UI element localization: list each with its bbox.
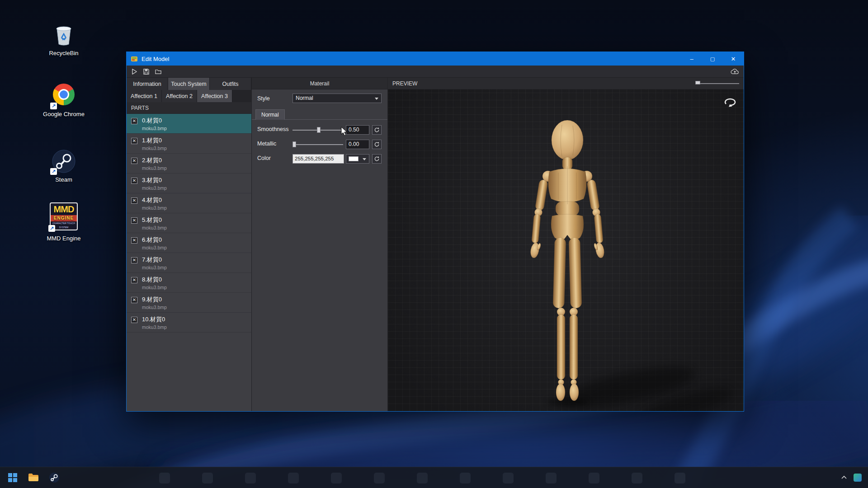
folder-icon: [28, 473, 39, 483]
style-dropdown[interactable]: Normal: [292, 94, 382, 103]
reset-button[interactable]: [372, 140, 382, 149]
part-checkbox[interactable]: [131, 197, 137, 204]
part-texture-name: moku3.bmp: [142, 185, 248, 191]
property-value-input[interactable]: 0.00: [346, 140, 369, 149]
taskbar-ghost-icon: [675, 473, 685, 483]
cloud-upload-icon[interactable]: [731, 68, 739, 75]
shortcut-arrow-icon: ↗: [50, 168, 57, 175]
parts-list-item[interactable]: 6.材質0 moku3.bmp: [127, 233, 251, 253]
parts-list-item[interactable]: 8.材質0 moku3.bmp: [127, 273, 251, 293]
window-titlebar[interactable]: Edit Model – ▢ ✕: [127, 52, 744, 66]
toolbar: [127, 66, 744, 78]
slider-thumb[interactable]: [292, 141, 296, 147]
affection-tab[interactable]: Affection 2: [162, 90, 197, 102]
parts-list-item[interactable]: 1.材質0 moku3.bmp: [127, 134, 251, 154]
tab-normal[interactable]: Normal: [255, 109, 285, 120]
slider-track: [292, 144, 343, 145]
color-value-input[interactable]: 255,255,255,255: [292, 154, 344, 164]
preview-zoom-slider[interactable]: [696, 78, 739, 89]
system-tray: [841, 467, 862, 488]
part-checkbox[interactable]: [131, 277, 137, 283]
part-title: 4.材質0: [142, 196, 248, 204]
style-label: Style: [257, 95, 270, 102]
parts-list-item[interactable]: 3.材質0 moku3.bmp: [127, 174, 251, 193]
maximize-button[interactable]: ▢: [702, 52, 723, 66]
parts-list-item[interactable]: 7.材質0 moku3.bmp: [127, 253, 251, 273]
parts-list-item[interactable]: 9.材質0 moku3.bmp: [127, 293, 251, 313]
taskbar-ghost-icon: [288, 473, 299, 483]
property-slider[interactable]: [292, 139, 343, 150]
affection-tab[interactable]: Affection 3: [197, 90, 232, 102]
desktop-icon-chrome[interactable]: ↗ Google Chrome: [38, 82, 89, 117]
property-value-input[interactable]: 0.50: [346, 125, 369, 135]
desktop-icon-label: RecycleBin: [38, 50, 89, 56]
taskbar-ghost-icon: [546, 473, 557, 483]
taskbar: [0, 467, 868, 488]
preview-viewport[interactable]: [388, 89, 744, 411]
material-header: Materail: [252, 78, 387, 89]
taskbar-ghost-icon: [632, 473, 642, 483]
rotate-view-icon[interactable]: [723, 97, 737, 108]
color-swatch-dropdown[interactable]: [346, 154, 369, 164]
part-checkbox[interactable]: [131, 217, 137, 224]
tray-app-icon[interactable]: [854, 474, 862, 482]
part-title: 10.材質0: [142, 315, 248, 324]
part-checkbox[interactable]: [131, 257, 137, 263]
parts-list-item[interactable]: 10.材質0 moku3.bmp: [127, 313, 251, 333]
primary-tab[interactable]: Outfits: [210, 78, 251, 90]
part-checkbox[interactable]: [131, 118, 137, 124]
material-property-row: Metallic 0.00: [252, 139, 387, 150]
part-checkbox[interactable]: [131, 317, 137, 323]
part-title: 6.材質0: [142, 236, 248, 244]
parts-list-item[interactable]: 4.材質0 moku3.bmp: [127, 193, 251, 213]
part-checkbox[interactable]: [131, 178, 137, 184]
part-texture-name: moku3.bmp: [142, 265, 248, 270]
part-checkbox[interactable]: [131, 138, 137, 144]
desktop-icon-recyclebin[interactable]: RecycleBin: [38, 23, 89, 56]
parts-list-item[interactable]: 2.材質0 moku3.bmp: [127, 154, 251, 174]
edit-model-window: Edit Model – ▢ ✕ InformationTouch System…: [126, 52, 744, 412]
minimize-button[interactable]: –: [681, 52, 702, 66]
refresh-icon: [374, 156, 380, 162]
desktop-icon-label: MMD Engine: [38, 235, 89, 242]
desktop-icon-label: Google Chrome: [38, 111, 89, 117]
material-mode-tabs: Normal: [252, 109, 387, 120]
refresh-icon: [374, 141, 380, 147]
taskbar-ghost-icons: [159, 473, 685, 483]
file-explorer-button[interactable]: [24, 469, 42, 487]
reset-button[interactable]: [372, 125, 382, 135]
desktop-icon-steam[interactable]: ↗ Steam: [38, 149, 89, 183]
desktop-icon-mmd-engine[interactable]: MMD ENGINE CHARACTER TOUCH SYSTEM ↗ MMD …: [38, 204, 89, 242]
color-row: Color 255,255,255,255: [252, 153, 387, 165]
property-label: Smoothness: [257, 126, 288, 132]
preview-title: PREVIEW: [392, 80, 417, 87]
color-label: Color: [257, 155, 271, 161]
part-texture-name: moku3.bmp: [142, 245, 248, 250]
part-checkbox[interactable]: [131, 158, 137, 164]
part-texture-name: moku3.bmp: [142, 205, 248, 211]
reset-button[interactable]: [372, 154, 382, 164]
open-folder-button[interactable]: [155, 68, 162, 75]
save-button[interactable]: [143, 68, 150, 75]
part-checkbox[interactable]: [131, 297, 137, 303]
start-button[interactable]: [4, 469, 22, 487]
parts-list-item[interactable]: 5.材質0 moku3.bmp: [127, 213, 251, 233]
part-title: 5.材質0: [142, 216, 248, 224]
part-title: 7.材質0: [142, 256, 248, 264]
steam-taskbar-button[interactable]: [45, 469, 63, 487]
mannequin-figure: [504, 119, 631, 405]
slider-thumb[interactable]: [317, 127, 321, 133]
close-button[interactable]: ✕: [723, 52, 744, 66]
property-slider[interactable]: [292, 124, 343, 136]
slider-thumb[interactable]: [695, 81, 700, 84]
part-checkbox[interactable]: [131, 237, 137, 244]
parts-header: PARTS: [127, 102, 251, 114]
play-button[interactable]: [131, 68, 138, 75]
primary-tab[interactable]: Information: [127, 78, 168, 90]
tray-chevron-up-icon[interactable]: [841, 475, 847, 480]
desktop-icon-label: Steam: [38, 176, 89, 183]
parts-list-item[interactable]: 0.材質0 moku3.bmp: [127, 114, 251, 134]
primary-tab[interactable]: Touch System: [168, 78, 210, 90]
affection-tab[interactable]: Affection 1: [127, 90, 162, 102]
chrome-icon: ↗: [52, 84, 76, 108]
